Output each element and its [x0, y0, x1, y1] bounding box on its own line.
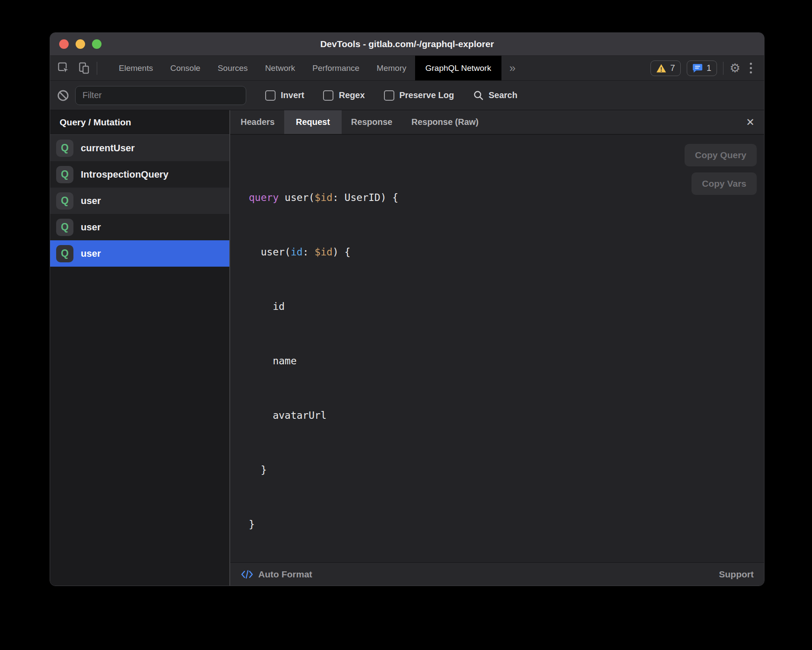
list-item-user-3-selected[interactable]: Q user: [50, 240, 229, 267]
list-item-user-2[interactable]: Q user: [50, 214, 229, 240]
query-type-badge: Q: [56, 219, 73, 236]
list-item-currentuser[interactable]: Q currentUser: [50, 135, 229, 161]
detail-panel: Headers Request Response Response (Raw) …: [230, 110, 764, 586]
preserve-log-checkbox[interactable]: [384, 90, 394, 101]
request-tab-content: query user($id: UserID) { user(id: $id) …: [230, 135, 764, 562]
preserve-log-checkbox-group[interactable]: Preserve Log: [384, 90, 454, 101]
toolbar-right-cluster: 7 1 ⚙: [650, 56, 764, 80]
search-icon: [473, 90, 484, 101]
support-link[interactable]: Support: [719, 569, 754, 580]
zoom-window-button[interactable]: [92, 39, 102, 49]
list-item-label: user: [81, 195, 101, 207]
code-line: id: [249, 297, 764, 315]
warning-count: 7: [670, 63, 675, 73]
traffic-lights: [59, 33, 102, 55]
query-list-header: Query / Mutation: [50, 110, 229, 135]
list-item-user-1[interactable]: Q user: [50, 188, 229, 214]
auto-format-label: Auto Format: [258, 569, 312, 580]
preserve-log-label: Preserve Log: [400, 90, 454, 100]
list-item-label: user: [81, 222, 101, 233]
search-label: Search: [488, 90, 517, 100]
devtools-tab-bar: Elements Console Sources Network Perform…: [50, 56, 764, 81]
query-type-badge: Q: [56, 140, 73, 157]
code-line: user(id: $id) {: [249, 243, 764, 261]
query-type-badge: Q: [56, 166, 73, 183]
toolbar-divider: [97, 62, 97, 75]
messages-badge[interactable]: 1: [687, 61, 717, 76]
tab-elements[interactable]: Elements: [110, 56, 162, 80]
code-line: avatarUrl: [249, 406, 764, 424]
code-line: }: [249, 515, 764, 533]
close-window-button[interactable]: [59, 39, 69, 49]
title-bar: DevTools - gitlab.com/-/graphql-explorer: [50, 33, 764, 56]
devtools-window: DevTools - gitlab.com/-/graphql-explorer: [50, 32, 764, 586]
list-item-introspectionquery[interactable]: Q IntrospectionQuery: [50, 161, 229, 188]
code-line: name: [249, 352, 764, 370]
inspect-element-icon[interactable]: [58, 62, 70, 74]
graphql-query-code: query user($id: UserID) { user(id: $id) …: [249, 152, 764, 562]
message-count: 1: [707, 63, 711, 73]
tab-memory[interactable]: Memory: [368, 56, 415, 80]
query-list-panel: Query / Mutation Q currentUser Q Introsp…: [50, 110, 230, 586]
auto-format-button[interactable]: Auto Format: [241, 569, 312, 580]
filter-bar: Invert Regex Preserve Log Search: [50, 81, 764, 110]
more-options-kebab-icon[interactable]: [746, 63, 755, 73]
block-requests-icon[interactable]: [57, 89, 69, 102]
warnings-badge[interactable]: 7: [650, 61, 681, 76]
tab-console[interactable]: Console: [162, 56, 209, 80]
detail-footer: Auto Format Support: [230, 562, 764, 586]
badges-divider: [723, 62, 723, 75]
message-bubble-icon: [692, 64, 703, 73]
panel-tabs: Elements Console Sources Network Perform…: [110, 56, 501, 80]
warning-triangle-icon: [656, 64, 666, 73]
tab-network[interactable]: Network: [257, 56, 304, 80]
search-button[interactable]: Search: [473, 90, 517, 101]
window-title: DevTools - gitlab.com/-/graphql-explorer: [320, 39, 494, 49]
settings-gear-icon[interactable]: ⚙: [730, 62, 740, 74]
tab-performance[interactable]: Performance: [304, 56, 368, 80]
tab-graphql-network[interactable]: GraphQL Network: [415, 56, 501, 80]
invert-checkbox-group[interactable]: Invert: [265, 90, 304, 101]
code-line: }: [249, 461, 764, 479]
copy-query-button[interactable]: Copy Query: [685, 144, 757, 166]
invert-label: Invert: [281, 90, 304, 100]
tab-sources[interactable]: Sources: [209, 56, 257, 80]
tab-response[interactable]: Response: [342, 110, 402, 134]
tab-headers[interactable]: Headers: [231, 110, 284, 134]
regex-label: Regex: [339, 90, 365, 100]
filter-input[interactable]: [75, 86, 246, 105]
query-type-badge: Q: [56, 245, 73, 262]
regex-checkbox[interactable]: [323, 90, 333, 101]
code-brackets-icon: [241, 569, 254, 580]
toolbar-icons: [50, 56, 97, 80]
regex-checkbox-group[interactable]: Regex: [323, 90, 365, 101]
copy-vars-button[interactable]: Copy Vars: [691, 172, 757, 195]
code-line: query user($id: UserID) {: [249, 188, 764, 207]
minimize-window-button[interactable]: [76, 39, 85, 49]
screen: DevTools - gitlab.com/-/graphql-explorer: [0, 0, 812, 650]
tab-response-raw[interactable]: Response (Raw): [402, 110, 488, 134]
detail-tab-bar: Headers Request Response Response (Raw) …: [230, 110, 764, 135]
more-tabs-chevron-icon[interactable]: »: [501, 56, 523, 80]
invert-checkbox[interactable]: [265, 90, 276, 101]
list-item-label: user: [81, 248, 101, 259]
list-item-label: currentUser: [81, 143, 135, 154]
tab-request[interactable]: Request: [284, 110, 342, 134]
device-toolbar-icon[interactable]: [78, 62, 90, 74]
list-item-label: IntrospectionQuery: [81, 169, 168, 180]
close-detail-icon[interactable]: ✕: [736, 110, 764, 134]
query-type-badge: Q: [56, 192, 73, 210]
main-split: Query / Mutation Q currentUser Q Introsp…: [50, 110, 764, 586]
